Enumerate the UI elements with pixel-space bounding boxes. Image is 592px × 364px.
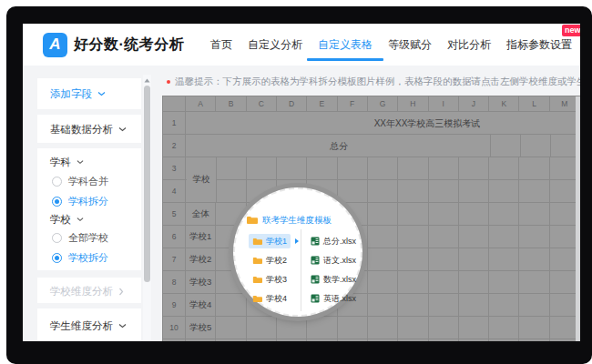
app-logo-icon: A [43,33,67,57]
tab-indicator-settings[interactable]: 指标参数设置 [506,37,572,53]
grid-cell [489,157,519,180]
file-label: 语文.xlsx [323,255,356,267]
grid-cell [519,226,549,248]
file-item-chinese: 语文.xlsx [307,253,360,268]
grid-column-header: G [368,96,398,112]
folder-label: 学校1 [266,236,287,248]
root-folder-label: 联考学生维度模板 [262,215,332,227]
chevron-down-icon [97,91,106,96]
grid-cell [429,271,459,294]
grid-row-number: 5 [163,203,186,226]
grid-column-header: B [216,96,246,112]
grid-cell [368,180,398,203]
grid-row-number: 3 [163,157,186,180]
radio-subject-split[interactable]: 学科拆分 [37,194,141,208]
grid-cell [519,180,549,203]
basic-analysis-item[interactable]: 基础数据分析 [37,121,141,137]
excel-file-icon [311,256,320,265]
grid-cell [398,317,428,339]
grid-header-row: ABCDEFGHIJKLM [163,96,580,112]
school-dimension-label: 学校维度分析 [50,285,113,298]
grid-cell [368,203,398,226]
grid-cell [519,157,549,180]
grid-column-header: J [459,96,489,112]
grid-cell [398,248,428,271]
folder-icon [246,216,258,225]
folder-item-school4: 学校4 [249,291,291,306]
grid-scrollbar[interactable] [576,96,580,341]
file-item-english: 英语.xlsx [307,291,360,306]
folder-icon [252,257,262,265]
grid-cell [489,180,519,203]
chevron-down-icon [118,323,127,329]
sidebar-scrollbar[interactable] [143,75,151,341]
folder-label: 学校4 [266,293,287,305]
grid-cell [368,339,398,341]
grid-cell [338,157,368,180]
grid-cell [489,271,519,294]
folder-label: 学校3 [266,274,287,286]
scroll-up-arrow-icon[interactable] [143,76,151,84]
folder-icon [252,238,262,246]
grid-column-header: E [307,96,337,112]
grid-column-header: L [519,96,549,112]
subject-section-header[interactable]: 学科 [37,154,141,170]
radio-subject-merge[interactable]: 学科合并 [37,174,141,188]
grid-cell [429,157,459,180]
app-title: 好分数·统考分析 [74,35,184,55]
grid-cell [429,180,459,203]
grid-cell [398,294,428,317]
grid-cell [489,294,519,317]
radio-school-all[interactable]: 全部学校 [37,230,141,245]
sidebar-card-filters: 学科 学科合并 学科拆分 学校 全部学校 [37,148,141,270]
grid-column-header: F [338,96,368,112]
grid-column-header: D [277,96,307,112]
app-header: A 好分数·统考分析 首页 自定义分析 自定义表格 等级赋分 对比分析 指标参数… [23,24,580,66]
tab-custom-table[interactable]: 自定义表格 [318,37,373,53]
grid-cell [489,135,519,157]
grid-row: 8学校3 [163,271,580,294]
new-badge: new [562,25,580,36]
grid-cell [429,339,459,341]
tab-custom-analysis[interactable]: 自定义分析 [248,37,302,53]
grid-cell: 学校3 [186,271,216,294]
grid-row-number: 4 [163,180,186,203]
radio-school-split[interactable]: 学校拆分 [37,250,141,265]
grid-cell [459,271,489,294]
grid-cell [247,317,277,339]
grid-row: 9学校4 [163,294,580,317]
gridline [550,135,551,157]
folder-item-school2: 学校2 [249,253,291,268]
chevron-right-icon [118,288,124,296]
student-dimension-item[interactable]: 学生维度分析 [37,318,141,334]
cell-score-label: 总分 [218,135,460,157]
grid-cell [338,317,368,339]
radio-label: 学科合并 [68,175,108,188]
tip-banner: 温馨提示：下方展示的表格为学科拆分模板图片样例，表格字段的数据请点击左侧学校维度… [167,75,580,89]
tab-compare-analysis[interactable]: 对比分析 [447,37,491,53]
grid-cell [489,339,519,341]
grid-cell [459,317,489,339]
school-dimension-item[interactable]: 学校维度分析 [37,283,141,299]
add-field-button[interactable]: 添加字段 [37,86,141,102]
app-logo[interactable]: A 好分数·统考分析 [43,32,184,57]
grid-cell [489,226,519,248]
grid-cell [216,317,246,339]
tab-home[interactable]: 首页 [210,37,232,53]
grid-row: 5全体 [163,203,580,226]
grid-cell [277,339,307,341]
screenshot-canvas: A 好分数·统考分析 首页 自定义分析 自定义表格 等级赋分 对比分析 指标参数… [0,0,592,364]
scrollbar-thumb[interactable] [144,86,150,282]
school-section-header[interactable]: 学校 [37,211,141,228]
grid-cell [277,157,307,180]
grid-cell [459,226,489,248]
grid-cell [459,294,489,317]
grid-cell: 学校4 [186,294,216,317]
grid-cell [247,339,277,341]
tab-grade-assignment[interactable]: 等级赋分 [388,37,432,53]
grid-row: 7学校2 [163,248,580,271]
grid-cell [186,135,216,157]
file-label: 数学.xlsx [323,274,356,286]
excel-file-icon [311,294,320,303]
grid-row-number: 9 [163,294,186,317]
